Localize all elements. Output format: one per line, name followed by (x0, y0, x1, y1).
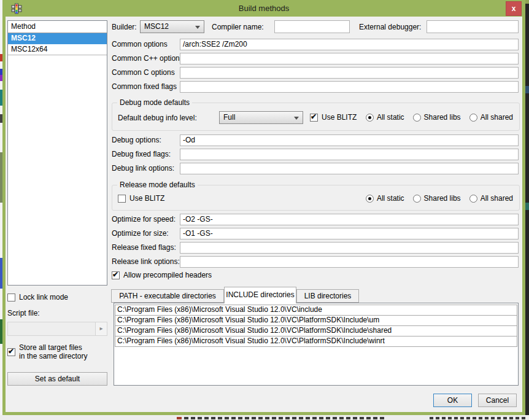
debug-info-level-select[interactable]: Full (219, 111, 303, 124)
debug-mode-defaults-group: Debug mode defaults Default debug info l… (112, 103, 520, 131)
release-fixed-flags-label: Release fixed flags: (112, 243, 176, 252)
script-file-input[interactable]: ▸ (7, 322, 107, 336)
debug-link-options-input[interactable] (180, 163, 519, 174)
lock-link-mode-label: Lock link mode (19, 293, 68, 301)
debug-fixed-flags-label: Debug fixed flags: (112, 150, 171, 158)
optimize-size-label: Optimize for size: (112, 229, 169, 238)
radio-icon (413, 114, 421, 122)
chevron-down-icon (294, 117, 299, 120)
tab-lib-directories[interactable]: LIB directories (296, 289, 359, 303)
release-link-options-input[interactable] (180, 256, 519, 268)
debug-use-blitz-label: Use BLITZ (322, 113, 357, 122)
checkbox-checked-icon (7, 348, 15, 356)
compiler-name-label: Compiler name: (212, 23, 264, 31)
radio-icon (469, 114, 477, 122)
close-icon: x (512, 4, 516, 13)
debug-info-level-value: Full (223, 113, 235, 122)
browse-arrow-icon: ▸ (99, 325, 102, 332)
builder-value: MSC12 (144, 22, 169, 31)
radio-label: Shared libs (424, 194, 461, 203)
include-dir-row[interactable]: C:\Program Files (x86)\Microsoft Visual … (115, 315, 517, 326)
builder-label: Builder: (112, 23, 137, 31)
radio-label: All static (377, 113, 404, 122)
common-fixed-flags-input[interactable] (180, 81, 519, 93)
radio-label: Shared libs (424, 113, 461, 122)
window-title: Build methods (2, 4, 525, 13)
radio-label: All static (377, 194, 404, 203)
radio-selected-icon (366, 114, 374, 122)
debug-options-input[interactable]: -Od (180, 134, 519, 146)
store-target-files-checkbox[interactable]: Store all target files in the same direc… (7, 343, 87, 360)
compiler-name-input[interactable] (274, 20, 350, 33)
radio-selected-icon (366, 195, 374, 203)
allow-precompiled-headers-checkbox[interactable]: Allow precompiled headers (112, 271, 212, 279)
debug-radio-shared-libs[interactable]: Shared libs (413, 113, 461, 122)
radio-icon (413, 195, 421, 203)
common-options-label: Common options (112, 40, 168, 49)
titlebar[interactable]: Build methods x (2, 0, 525, 17)
optimize-speed-label: Optimize for speed: (112, 215, 176, 224)
include-directories-list: C:\Program Files (x86)\Microsoft Visual … (114, 303, 519, 386)
release-radio-all-static[interactable]: All static (366, 194, 404, 203)
external-debugger-input[interactable] (427, 20, 519, 33)
build-methods-dialog: Build methods x Method MSC12 MSC12x64 Bu… (2, 0, 525, 415)
radio-label: All shared (481, 113, 513, 122)
common-options-input[interactable]: /arch:SSE2 /Zm200 (180, 39, 519, 50)
checkbox-unchecked-icon (7, 294, 15, 301)
method-list: Method MSC12 MSC12x64 (7, 20, 107, 286)
ok-button[interactable]: OK (433, 394, 472, 407)
release-link-options-label: Release link options: (112, 257, 180, 266)
common-c-options-label: Common C options (112, 68, 175, 77)
script-file-label: Script file: (7, 309, 40, 317)
tab-include-directories[interactable]: INCLUDE directories (224, 287, 296, 303)
release-use-blitz-label: Use BLITZ (129, 194, 164, 203)
close-button[interactable]: x (506, 1, 522, 16)
include-dir-row[interactable]: C:\Program Files (x86)\Microsoft Visual … (115, 325, 517, 336)
debug-group-title: Debug mode defaults (117, 98, 192, 107)
radio-icon (469, 195, 477, 203)
debug-options-label: Debug options: (112, 136, 161, 144)
release-radio-shared-libs[interactable]: Shared libs (413, 194, 461, 203)
common-c-options-input[interactable] (180, 67, 519, 79)
background-text-artifact (184, 417, 387, 419)
debug-fixed-flags-input[interactable] (180, 149, 519, 160)
background-strip-bottom (0, 415, 529, 420)
release-group-title: Release mode defaults (117, 181, 198, 189)
method-item-msc12[interactable]: MSC12 (8, 33, 107, 44)
optimize-speed-input[interactable]: -O2 -GS- (180, 214, 519, 225)
store-target-files-label: Store all target files in the same direc… (19, 343, 87, 360)
background-text-artifact (430, 417, 525, 419)
checkbox-unchecked-icon (118, 195, 126, 203)
optimize-size-input[interactable]: -O1 -GS- (180, 228, 519, 239)
debug-use-blitz-checkbox[interactable]: Use BLITZ (310, 113, 357, 122)
background-strip-right (525, 0, 529, 420)
external-debugger-label: External debugger: (359, 23, 421, 31)
release-fixed-flags-input[interactable] (180, 242, 519, 254)
builder-select[interactable]: MSC12 (140, 20, 204, 33)
include-dir-row[interactable]: C:\Program Files (x86)\Microsoft Visual … (115, 336, 517, 347)
release-radio-all-shared[interactable]: All shared (469, 194, 513, 203)
checkbox-checked-icon (112, 271, 120, 279)
release-use-blitz-checkbox[interactable]: Use BLITZ (118, 194, 164, 203)
store-label-line1: Store all target files (19, 343, 82, 352)
chevron-down-icon (195, 26, 200, 29)
radio-label: All shared (481, 194, 513, 203)
debug-radio-all-static[interactable]: All static (366, 113, 404, 122)
checkbox-checked-icon (310, 114, 318, 122)
cancel-button[interactable]: Cancel (478, 394, 517, 407)
common-cpp-options-input[interactable] (180, 53, 519, 64)
method-list-header[interactable]: Method (8, 21, 107, 33)
release-mode-defaults-group: Release mode defaults Use BLITZ All stat… (112, 185, 520, 211)
set-as-default-button[interactable]: Set as default (7, 372, 107, 386)
debug-link-options-label: Debug link options: (112, 164, 174, 173)
debug-radio-all-shared[interactable]: All shared (469, 113, 513, 122)
tab-path-directories[interactable]: PATH - executable directories (111, 289, 224, 303)
method-item-msc12x64[interactable]: MSC12x64 (8, 44, 107, 55)
include-dir-row[interactable]: C:\Program Files (x86)\Microsoft Visual … (115, 305, 517, 316)
script-file-browse-button[interactable]: ▸ (95, 322, 107, 335)
common-fixed-flags-label: Common fixed flags (112, 82, 177, 91)
background-artifact (177, 417, 182, 419)
release-link-mode-radios: All static Shared libs All shared (366, 194, 513, 203)
debug-info-level-label: Default debug info level: (118, 114, 197, 122)
lock-link-mode-checkbox[interactable]: Lock link mode (7, 293, 68, 301)
